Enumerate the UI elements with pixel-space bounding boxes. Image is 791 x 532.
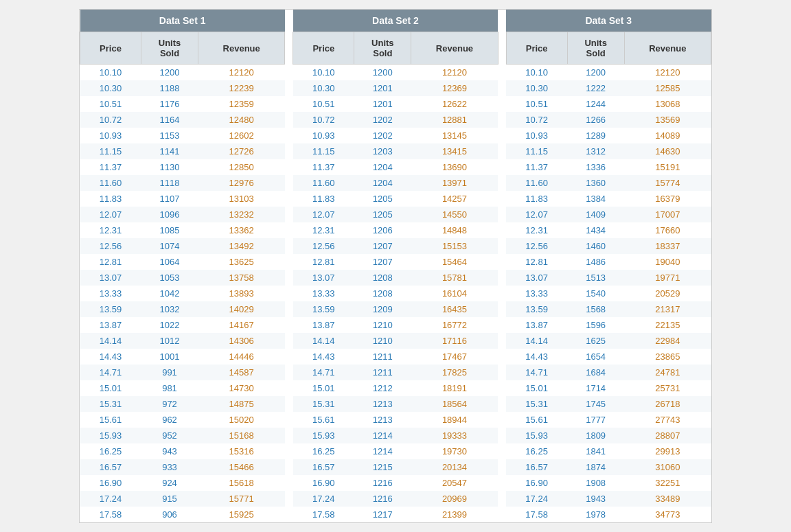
table-cell: 14.71 (506, 365, 567, 380)
table-cell: 16.57 (293, 459, 354, 475)
table-cell: 1208 (354, 270, 411, 286)
table-cell: 13569 (624, 112, 711, 128)
table-cell: 1202 (354, 128, 411, 143)
table-cell: 1908 (567, 475, 624, 491)
table-cell: 13.59 (506, 301, 567, 317)
table-cell: 16.57 (506, 459, 567, 475)
table-cell: 1207 (354, 238, 411, 254)
separator-col (498, 475, 506, 491)
table-cell: 14.43 (80, 349, 141, 365)
table-cell: 1809 (567, 428, 624, 443)
table-cell: 11.15 (80, 143, 141, 159)
table-cell: 1176 (141, 96, 198, 112)
table-cell: 14167 (198, 317, 284, 333)
table-cell: 15466 (198, 459, 284, 475)
table-cell: 1200 (141, 65, 198, 81)
table-cell: 12602 (198, 128, 284, 143)
table-cell: 10.93 (80, 128, 141, 143)
table-cell: 13.87 (80, 317, 141, 333)
table-cell: 15.01 (80, 380, 141, 396)
table-cell: 15.01 (506, 380, 567, 396)
table-cell: 15316 (198, 443, 284, 459)
table-cell: 18191 (411, 380, 498, 396)
separator-col (498, 459, 506, 475)
table-cell: 11.83 (506, 191, 567, 207)
separator-col (285, 191, 293, 207)
table-cell: 1200 (567, 65, 624, 81)
table-cell: 12.31 (293, 222, 354, 238)
table-cell: 1207 (354, 254, 411, 270)
table-cell: 15.31 (80, 396, 141, 412)
separator-col (285, 317, 293, 333)
table-cell: 1210 (354, 317, 411, 333)
table-cell: 13.07 (80, 270, 141, 286)
separator-col (498, 333, 506, 349)
separator-col (285, 428, 293, 443)
table-cell: 1409 (567, 207, 624, 222)
table-cell: 11.37 (293, 159, 354, 175)
table-cell: 16.57 (80, 459, 141, 475)
separator-col (285, 254, 293, 270)
table-cell: 13.33 (293, 286, 354, 301)
table-cell: 1203 (354, 143, 411, 159)
separator-col (285, 238, 293, 254)
col-header-d1-units: UnitsSold (141, 32, 198, 65)
table-cell: 11.83 (80, 191, 141, 207)
table-cell: 16104 (411, 286, 498, 301)
separator-col (498, 349, 506, 365)
group-header-2: Data Set 2 (293, 10, 498, 32)
table-cell: 1312 (567, 143, 624, 159)
table-cell: 14630 (624, 143, 711, 159)
table-cell: 16435 (411, 301, 498, 317)
separator-col (285, 159, 293, 175)
table-cell: 1201 (354, 80, 411, 96)
table-cell: 1107 (141, 191, 198, 207)
table-cell: 981 (141, 380, 198, 396)
table-cell: 13145 (411, 128, 498, 143)
table-cell: 12585 (624, 80, 711, 96)
table-cell: 31060 (624, 459, 711, 475)
table-cell: 12.56 (293, 238, 354, 254)
table-cell: 26718 (624, 396, 711, 412)
table-cell: 1204 (354, 175, 411, 191)
table-cell: 11.37 (80, 159, 141, 175)
separator-col (498, 412, 506, 428)
col-header-d2-price: Price (293, 32, 354, 65)
separator-col (285, 380, 293, 396)
table-cell: 12.07 (293, 207, 354, 222)
table-cell: 12120 (411, 65, 498, 81)
table-cell: 16.25 (293, 443, 354, 459)
separator-col (498, 80, 506, 96)
table-cell: 12.56 (80, 238, 141, 254)
separator-col (498, 443, 506, 459)
table-cell: 1205 (354, 207, 411, 222)
separator-col (498, 143, 506, 159)
table-cell: 18564 (411, 396, 498, 412)
separator-col (498, 286, 506, 301)
table-cell: 1053 (141, 270, 198, 286)
table-cell: 14.43 (506, 349, 567, 365)
data-table: Data Set 1 Data Set 2 Data Set 3 Price U… (80, 10, 711, 522)
table-cell: 16379 (624, 191, 711, 207)
separator-col (285, 175, 293, 191)
table-cell: 10.10 (293, 65, 354, 81)
table-cell: 12120 (624, 65, 711, 81)
table-cell: 13.33 (80, 286, 141, 301)
table-cell: 1074 (141, 238, 198, 254)
separator-col (285, 443, 293, 459)
table-cell: 991 (141, 365, 198, 380)
table-cell: 1568 (567, 301, 624, 317)
table-cell: 17467 (411, 349, 498, 365)
table-cell: 14.14 (80, 333, 141, 349)
table-cell: 1012 (141, 333, 198, 349)
table-cell: 18944 (411, 412, 498, 428)
separator-col (498, 396, 506, 412)
separator-col (498, 112, 506, 128)
table-cell: 915 (141, 491, 198, 507)
table-cell: 10.72 (506, 112, 567, 128)
table-cell: 12239 (198, 80, 284, 96)
separator-col (498, 128, 506, 143)
table-cell: 19333 (411, 428, 498, 443)
table-cell: 12.81 (80, 254, 141, 270)
table-cell: 1209 (354, 301, 411, 317)
